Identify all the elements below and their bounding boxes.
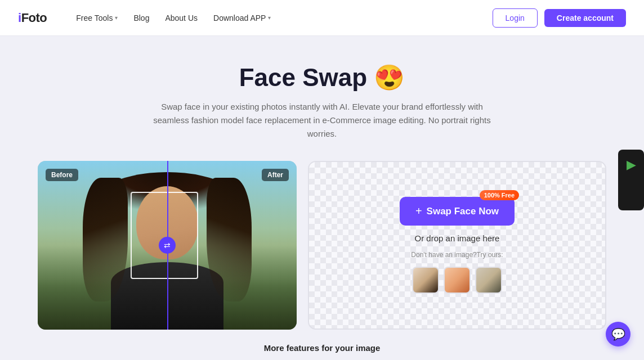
- nav-links: Free Tools ▾ Blog About Us Download APP …: [69, 9, 492, 27]
- chevron-down-icon: ▾: [115, 15, 118, 21]
- nav-actions: Login Create account: [493, 8, 626, 28]
- google-play-badge[interactable]: ▶: [618, 150, 644, 180]
- main-content: Before After ⇄ 100% Free + Swap Face Now…: [26, 161, 618, 330]
- apple-store-badge[interactable]: [618, 180, 644, 210]
- swap-face-button[interactable]: + Swap Face Now: [400, 197, 515, 226]
- page-title: Face Swap 😍: [11, 63, 633, 92]
- sample-thumb-1[interactable]: [412, 267, 439, 294]
- after-label: After: [262, 169, 289, 181]
- nav-item-about-us[interactable]: About Us: [158, 9, 204, 27]
- hair-right: [207, 178, 252, 302]
- drop-text: Or drop an image here: [415, 233, 500, 243]
- divider-handle[interactable]: ⇄: [159, 237, 176, 254]
- side-app-badges: ▶: [618, 150, 644, 210]
- more-features-section: More features for your image: [0, 330, 644, 360]
- navbar: iFoto Free Tools ▾ Blog About Us Downloa…: [0, 0, 644, 36]
- hero-section: Face Swap 😍 Swap face in your existing p…: [0, 36, 644, 161]
- create-account-button[interactable]: Create account: [544, 9, 626, 27]
- emoji-icon: 😍: [374, 64, 405, 91]
- nav-item-blog[interactable]: Blog: [127, 9, 156, 27]
- sample-thumbnails: [412, 267, 502, 294]
- face-selection-rect: [131, 192, 198, 279]
- before-after-panel: Before After ⇄: [38, 161, 297, 330]
- swap-button-wrapper: 100% Free + Swap Face Now: [400, 197, 515, 226]
- login-button[interactable]: Login: [493, 8, 538, 28]
- chevron-down-icon: ▾: [268, 15, 271, 21]
- upload-panel[interactable]: 100% Free + Swap Face Now Or drop an ima…: [308, 161, 606, 330]
- hair-left: [83, 178, 128, 302]
- logo[interactable]: iFoto: [18, 11, 47, 25]
- sample-thumb-3[interactable]: [475, 267, 502, 294]
- chat-icon: 💬: [611, 327, 625, 341]
- google-play-icon: ▶: [627, 158, 636, 172]
- hero-subtitle: Swap face in your existing photos instan…: [147, 100, 497, 141]
- nav-item-free-tools[interactable]: Free Tools ▾: [69, 9, 124, 27]
- nav-item-download-app[interactable]: Download APP ▾: [207, 9, 278, 27]
- try-sample-text: Don't have an image?Try ours:: [411, 251, 503, 259]
- sample-thumb-2[interactable]: [444, 267, 471, 294]
- chat-button[interactable]: 💬: [606, 322, 630, 346]
- plus-icon: +: [415, 205, 422, 218]
- free-badge: 100% Free: [480, 190, 519, 200]
- before-label: Before: [46, 169, 78, 181]
